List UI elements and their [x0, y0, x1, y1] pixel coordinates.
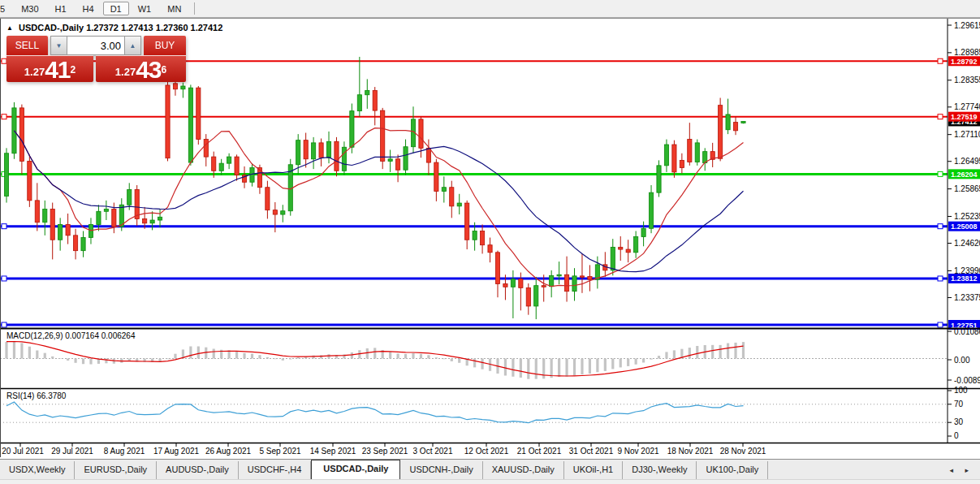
chart-tab-usdcnh-daily[interactable]: USDCNH-,Daily [400, 461, 482, 480]
sell-button[interactable]: SELL [6, 36, 48, 55]
rsi-axis-label: 70 [954, 400, 964, 408]
buy-price-main: 1.27 [115, 64, 136, 80]
timeframe-button-mn[interactable]: MN [160, 2, 188, 15]
level-line-handle[interactable] [938, 276, 943, 281]
chart-tab-usdx-weekly[interactable]: USDX,Weekly [0, 461, 75, 480]
candle-body [465, 203, 469, 240]
candle-body [442, 188, 446, 192]
level-line-handle[interactable] [2, 276, 6, 281]
macd-histogram-bar [711, 345, 714, 359]
volume-increase-icon[interactable]: ▲ [125, 37, 140, 54]
sell-price-point: 2 [71, 56, 76, 84]
price-axis-label: 1.24620 [954, 239, 980, 248]
timeframe-button-5[interactable]: 5 [0, 2, 12, 15]
level-line-handle[interactable] [938, 58, 943, 63]
candle-body [350, 111, 354, 148]
level-line-handle[interactable] [2, 115, 6, 119]
candle-body [212, 157, 216, 171]
macd-histogram-bar [734, 343, 736, 359]
chart-canvas: 1.296151.289851.283551.277401.271101.264… [0, 18, 980, 459]
level-line-handle[interactable] [938, 322, 943, 327]
price-axis-label: 1.26495 [954, 157, 980, 166]
candle-body [266, 188, 270, 210]
candle-body [550, 275, 554, 286]
macd-histogram-bar [558, 359, 560, 377]
collapse-panel-icon[interactable]: ▲ [6, 24, 13, 32]
chart-tab-usdcad-daily[interactable]: USDCAD-,Daily [311, 460, 400, 480]
timeframe-button-d1[interactable]: D1 [103, 2, 129, 15]
macd-histogram-bar [235, 352, 238, 358]
candle-body [312, 143, 316, 159]
macd-histogram-bar [13, 341, 15, 359]
sell-price-box[interactable]: 1.27 41 2 [6, 55, 93, 82]
volume-input[interactable] [67, 37, 125, 54]
macd-histogram-bar [251, 353, 253, 358]
level-line-handle[interactable] [938, 115, 943, 119]
macd-histogram-bar [650, 359, 652, 360]
macd-histogram-bar [443, 359, 445, 360]
price-axis-label: 1.28355 [954, 76, 980, 84]
candle-body [73, 236, 77, 251]
macd-histogram-bar [351, 352, 353, 359]
price-axis-label: 1.29615 [954, 21, 980, 30]
candle-body [97, 211, 101, 224]
level-price-badge-label: 1.23812 [951, 274, 978, 283]
macd-histogram-bar [573, 359, 576, 376]
timeframe-button-h4[interactable]: H4 [76, 2, 101, 15]
candle-body [426, 148, 430, 162]
macd-histogram-bar [412, 353, 414, 359]
chart-tab-dj30-weekly[interactable]: DJ30-,Weekly [623, 461, 697, 480]
chart-tab-audusd-daily[interactable]: AUDUSD-,Daily [157, 461, 239, 480]
chart-tab-uk100-daily[interactable]: UK100-,Daily [697, 461, 768, 480]
macd-histogram-bar [282, 359, 284, 361]
chart-tab-eurusd-daily[interactable]: EURUSD-,Daily [75, 461, 157, 480]
candle-body [296, 140, 300, 165]
level-line-handle[interactable] [938, 224, 943, 229]
candle-body [733, 123, 737, 131]
macd-histogram-bar [658, 356, 660, 358]
volume-decrease-icon[interactable]: ▼ [51, 37, 67, 54]
macd-histogram-bar [189, 347, 192, 359]
candle-body [672, 145, 676, 172]
macd-histogram-bar [458, 359, 460, 363]
buy-button[interactable]: BUY [144, 36, 186, 55]
candle-body [488, 245, 492, 253]
candle-body [143, 218, 147, 223]
level-line-handle[interactable] [938, 171, 943, 176]
macd-histogram-bar [397, 353, 399, 358]
price-axis-label: 1.28985 [954, 48, 980, 57]
macd-histogram-bar [36, 351, 38, 359]
level-line-handle[interactable] [2, 322, 6, 327]
candle-body [534, 286, 538, 306]
macd-histogram-bar [243, 353, 245, 359]
chart-tab-usdchf-h4[interactable]: USDCHF-,H4 [239, 461, 312, 480]
timeframe-button-w1[interactable]: W1 [131, 2, 159, 15]
candle-body [695, 143, 699, 162]
candle-body [35, 201, 39, 223]
price-axis-label: 1.25865 [954, 184, 980, 193]
candle-body [657, 166, 661, 192]
buy-price-box[interactable]: 1.27 43 6 [96, 55, 186, 82]
date-axis-label: 5 Sep 2021 [259, 447, 301, 456]
macd-histogram-bar [665, 352, 667, 358]
timeframe-button-h1[interactable]: H1 [48, 2, 74, 15]
candle-body [281, 211, 285, 214]
chart-tab-bar: USDX,WeeklyEURUSD-,DailyAUDUSD-,DailyUSD… [0, 459, 980, 480]
candle-body [173, 84, 177, 89]
macd-histogram-bar [82, 359, 84, 365]
macd-histogram-bar [28, 347, 31, 359]
macd-histogram-bar [266, 357, 269, 359]
toolbar-separator [194, 2, 195, 15]
volume-stepper: ▼ ▲ [50, 36, 141, 55]
macd-histogram-bar [596, 359, 598, 373]
tab-scroll-arrows-icon[interactable]: ◂ ▸ [949, 466, 974, 474]
candle-body [434, 162, 438, 191]
candle-body [81, 238, 85, 251]
level-line-handle[interactable] [2, 224, 6, 229]
timeframe-button-m30[interactable]: M30 [14, 2, 45, 15]
chart-tab-xauusd-daily[interactable]: XAUUSD-,Daily [483, 461, 564, 480]
level-price-badge-label: 1.25008 [951, 223, 978, 231]
chart-tab-ukoil-h1[interactable]: UKOil-,H1 [564, 461, 624, 480]
price-axis-label: 1.25235 [954, 212, 980, 221]
level-price-badge-label: 1.27519 [951, 113, 978, 121]
